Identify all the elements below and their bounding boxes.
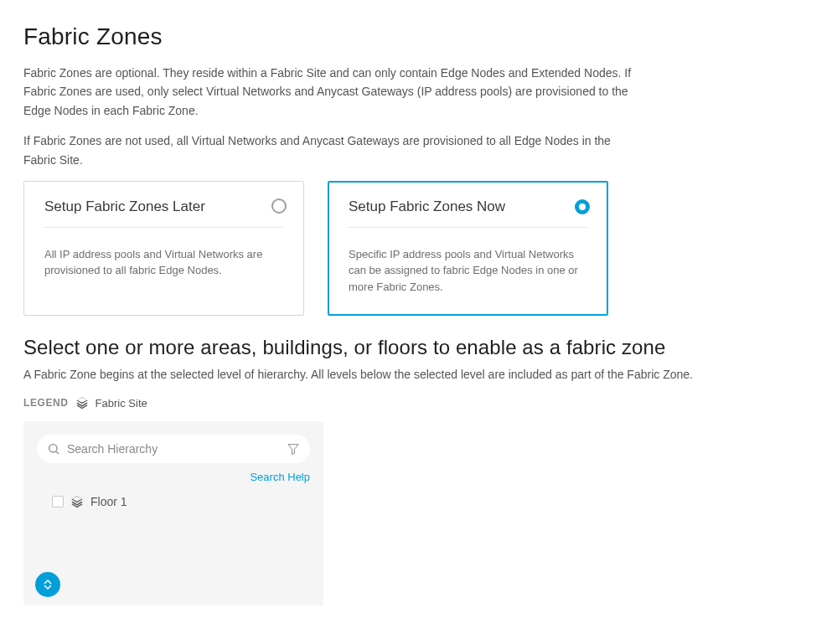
svg-line-1 xyxy=(56,452,59,455)
page-title: Fabric Zones xyxy=(23,23,814,50)
legend-value: Fabric Site xyxy=(96,397,147,410)
scroll-vertical-button[interactable] xyxy=(35,572,60,597)
layers-icon xyxy=(75,396,89,410)
layers-icon xyxy=(70,495,84,508)
svg-point-0 xyxy=(49,445,57,452)
hierarchy-panel: Search Help Floor 1 xyxy=(23,421,323,605)
radio-unselected-icon xyxy=(271,198,287,214)
legend-row: LEGEND Fabric Site xyxy=(23,396,814,410)
legend-label: LEGEND xyxy=(23,397,69,409)
zone-setup-options: Setup Fabric Zones Later All IP address … xyxy=(23,181,814,317)
option-setup-now-title: Setup Fabric Zones Now xyxy=(349,198,587,215)
search-field-wrap xyxy=(37,435,310,463)
selection-subtext: A Fabric Zone begins at the selected lev… xyxy=(23,368,814,381)
divider xyxy=(44,227,283,228)
svg-marker-2 xyxy=(288,445,298,455)
divider xyxy=(349,227,587,228)
radio-selected-icon xyxy=(575,199,590,214)
option-setup-now-desc: Specific IP address pools and Virtual Ne… xyxy=(349,246,587,296)
selection-heading: Select one or more areas, buildings, or … xyxy=(23,336,814,359)
hierarchy-tree: Floor 1 xyxy=(37,492,310,512)
search-input[interactable] xyxy=(60,442,287,456)
search-icon xyxy=(47,442,60,456)
filter-icon[interactable] xyxy=(287,442,300,456)
option-setup-later-title: Setup Fabric Zones Later xyxy=(44,198,283,215)
search-help-link[interactable]: Search Help xyxy=(250,471,310,483)
intro-paragraph-2: If Fabric Zones are not used, all Virtua… xyxy=(23,131,635,169)
tree-item[interactable]: Floor 1 xyxy=(52,492,310,512)
option-setup-later-desc: All IP address pools and Virtual Network… xyxy=(44,246,283,279)
search-help-row: Search Help xyxy=(37,470,310,483)
tree-item-label: Floor 1 xyxy=(90,495,127,508)
option-setup-now-card[interactable]: Setup Fabric Zones Now Specific IP addre… xyxy=(328,181,608,317)
chevron-down-icon xyxy=(44,585,52,590)
checkbox-unchecked-icon[interactable] xyxy=(52,496,64,507)
option-setup-later-card[interactable]: Setup Fabric Zones Later All IP address … xyxy=(23,181,304,317)
intro-paragraph-1: Fabric Zones are optional. They reside w… xyxy=(23,64,635,120)
